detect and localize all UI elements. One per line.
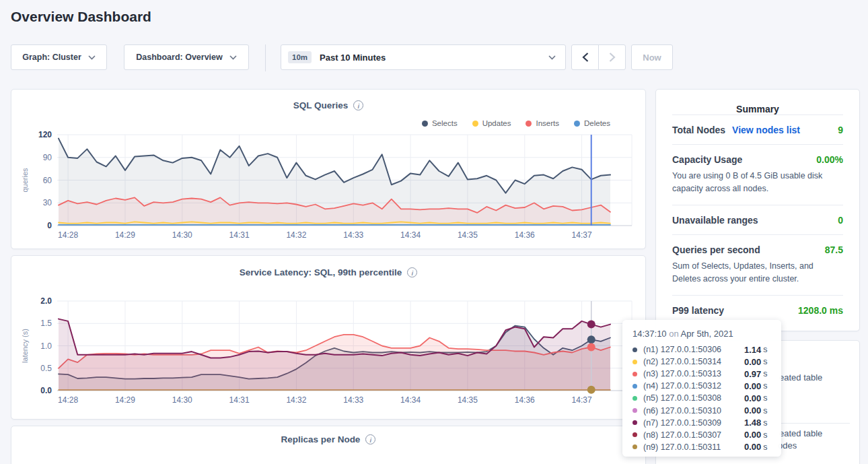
stat-description: Sum of Selects, Updates, Inserts, and De… xyxy=(672,260,843,286)
sql-queries-chart[interactable]: 030609012014:2814:2914:3014:3114:3214:33… xyxy=(11,90,647,250)
stat-label: Unavailable ranges xyxy=(672,215,758,226)
view-nodes-list-link[interactable]: View nodes list xyxy=(732,125,800,135)
svg-text:14:28: 14:28 xyxy=(58,230,78,240)
svg-text:14:30: 14:30 xyxy=(172,395,192,405)
stat-description: You are using 0 B of 4.5 GiB usable disk… xyxy=(672,170,843,196)
stat-total-nodes: Total Nodes View nodes list 9 xyxy=(672,114,843,144)
now-button[interactable]: Now xyxy=(631,44,673,70)
graph-dropdown[interactable]: Graph: Cluster xyxy=(11,44,107,70)
stat-queries-per-second: Queries per second 87.5 Sum of Selects, … xyxy=(672,234,843,295)
stat-capacity-usage: Capacity Usage 0.00% You are using 0 B o… xyxy=(672,144,843,205)
svg-text:0.0: 0.0 xyxy=(40,386,52,395)
tooltip-row: (n9) 127.0.0.1:50311 0.00s xyxy=(632,441,772,453)
tooltip-row: (n1) 127.0.0.1:50306 1.14s xyxy=(632,343,772,356)
svg-text:14:35: 14:35 xyxy=(458,395,478,405)
stat-label: P99 latency xyxy=(672,305,724,316)
time-range-badge: 10m xyxy=(288,51,312,63)
service-latency-chart[interactable]: 0.00.51.01.52.014:2814:2914:3014:3114:32… xyxy=(11,256,647,420)
svg-text:120: 120 xyxy=(38,130,52,139)
service-latency-panel: Service Latency: SQL, 99th percentile i … xyxy=(11,255,646,420)
node-dot-icon xyxy=(632,396,637,401)
svg-text:1.0: 1.0 xyxy=(40,341,52,351)
stat-value: 0.00% xyxy=(816,154,843,165)
tooltip-timestamp: 14:37:10 on Apr 5th, 2021 xyxy=(632,329,772,339)
node-dot-icon xyxy=(632,432,637,437)
node-dot-icon xyxy=(632,420,637,425)
svg-text:14:37: 14:37 xyxy=(572,395,592,405)
time-range-selector[interactable]: 10m Past 10 Minutes xyxy=(281,44,566,70)
stat-value: 87.5 xyxy=(825,244,843,255)
overview-dashboard-page: Overview Dashboard Graph: Cluster Dashbo… xyxy=(0,0,868,464)
tooltip-row: (n8) 127.0.0.1:50307 0.00s xyxy=(632,429,772,441)
svg-text:14:29: 14:29 xyxy=(115,230,135,240)
stat-unavailable-ranges: Unavailable ranges 0 xyxy=(672,205,843,234)
stat-value: 1208.0 ms xyxy=(798,305,843,316)
svg-text:14:33: 14:33 xyxy=(343,395,363,405)
replicas-per-node-panel: Replicas per Node i xyxy=(11,426,646,464)
graph-dropdown-label: Graph: Cluster xyxy=(22,53,81,62)
svg-text:30: 30 xyxy=(43,198,52,207)
chevron-down-icon xyxy=(548,55,556,60)
summary-panel: Summary Total Nodes View nodes list 9 Ca… xyxy=(655,89,860,331)
svg-text:14:34: 14:34 xyxy=(400,395,421,405)
node-dot-icon xyxy=(632,360,637,364)
dashboard-dropdown[interactable]: Dashboard: Overview xyxy=(124,44,249,70)
node-dot-icon xyxy=(632,372,637,376)
svg-text:14:31: 14:31 xyxy=(229,230,250,240)
tooltip-row: (n4) 127.0.0.1:50312 0.00s xyxy=(632,380,772,392)
page-title: Overview Dashboard xyxy=(11,9,151,25)
event-text-fragment: eated table xyxy=(779,372,822,383)
tooltip-row: (n7) 127.0.0.1:50309 1.48s xyxy=(632,417,772,429)
now-button-label: Now xyxy=(643,53,661,63)
event-text-fragment: eated table xyxy=(779,428,822,438)
svg-text:0: 0 xyxy=(47,221,52,230)
dashboard-dropdown-label: Dashboard: Overview xyxy=(136,53,223,62)
chart-hover-tooltip: 14:37:10 on Apr 5th, 2021 (n1) 127.0.0.1… xyxy=(622,320,781,457)
svg-text:14:31: 14:31 xyxy=(229,395,250,405)
svg-text:14:34: 14:34 xyxy=(400,230,421,240)
summary-heading: Summary xyxy=(672,90,843,114)
chevron-down-icon xyxy=(88,55,96,60)
time-next-button[interactable] xyxy=(598,44,626,70)
node-dot-icon xyxy=(632,384,637,389)
stat-label: Capacity Usage xyxy=(672,154,742,165)
svg-text:14:36: 14:36 xyxy=(515,230,535,240)
svg-text:0.5: 0.5 xyxy=(40,364,52,373)
node-dot-icon xyxy=(632,408,637,413)
sql-queries-panel: SQL Queries i Selects Updates Inserts De… xyxy=(11,89,646,249)
replicas-per-node-title: Replicas per Node xyxy=(281,434,361,444)
svg-text:14:29: 14:29 xyxy=(115,395,135,405)
chevron-left-icon xyxy=(582,53,589,62)
chevron-right-icon xyxy=(609,53,616,62)
svg-text:queries: queries xyxy=(21,168,29,193)
svg-text:14:37: 14:37 xyxy=(572,230,592,240)
stat-label: Queries per second xyxy=(672,244,760,255)
stat-value: 9 xyxy=(838,125,843,135)
node-dot-icon xyxy=(632,347,637,352)
svg-text:latency (s): latency (s) xyxy=(21,329,29,363)
time-range-label: Past 10 Minutes xyxy=(320,53,386,63)
svg-text:14:35: 14:35 xyxy=(458,230,478,240)
svg-text:90: 90 xyxy=(43,153,52,162)
controls-divider xyxy=(265,44,266,71)
time-prev-button[interactable] xyxy=(571,44,599,70)
svg-text:14:30: 14:30 xyxy=(172,230,192,240)
svg-text:14:32: 14:32 xyxy=(286,230,306,240)
info-icon[interactable]: i xyxy=(365,434,375,444)
node-dot-icon xyxy=(632,444,637,449)
tooltip-row: (n6) 127.0.0.1:50310 0.00s xyxy=(632,404,772,416)
svg-text:14:33: 14:33 xyxy=(343,230,363,240)
tooltip-row: (n2) 127.0.0.1:50314 0.00s xyxy=(632,356,772,368)
svg-text:14:28: 14:28 xyxy=(58,395,78,405)
stat-value: 0 xyxy=(838,215,843,226)
svg-text:14:32: 14:32 xyxy=(286,395,306,405)
svg-text:14:36: 14:36 xyxy=(515,395,535,405)
chevron-down-icon xyxy=(229,55,237,60)
tooltip-row: (n5) 127.0.0.1:50308 0.00s xyxy=(632,392,772,404)
svg-text:60: 60 xyxy=(43,176,52,185)
svg-text:2.0: 2.0 xyxy=(40,296,52,306)
tooltip-row: (n3) 127.0.0.1:50313 0.97s xyxy=(632,368,772,380)
stat-label: Total Nodes xyxy=(672,125,725,135)
svg-text:1.5: 1.5 xyxy=(40,319,52,328)
